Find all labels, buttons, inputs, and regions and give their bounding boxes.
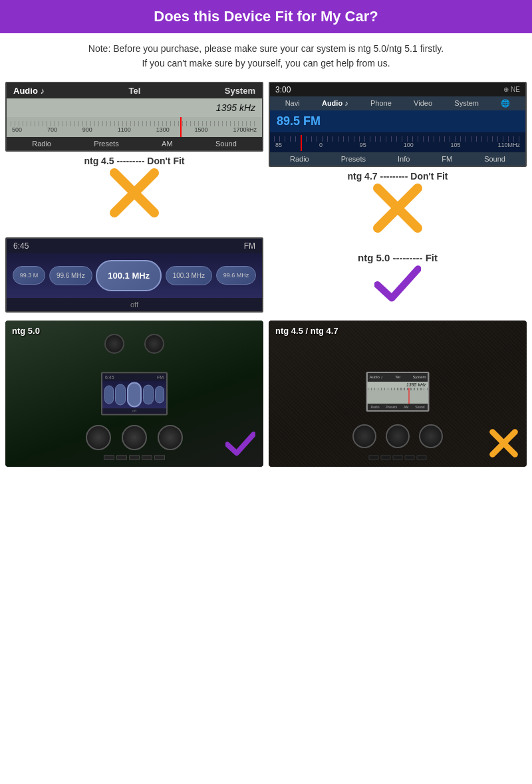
ntg45-system: System xyxy=(225,86,255,96)
ntg45-label: ntg 4.5 --------- Don't Fit xyxy=(84,156,184,166)
photo-left: ntg 5.0 6:45FM xyxy=(5,321,263,467)
photo-right: ntg 4.5 / ntg 4.7 Audio ♪TelSystem 1395 … xyxy=(269,321,527,467)
fm-bubble-1: 99.3 M xyxy=(13,266,46,285)
fm-bubble-4: 100.3 MHz xyxy=(166,266,212,285)
x-icon-left xyxy=(108,166,161,219)
screens-row: Audio ♪ Tel System 1395 kHz 500 700 900 … xyxy=(0,76,532,237)
fm-bubble-main: 100.1 MHz xyxy=(96,260,162,291)
ntg47-x-mark xyxy=(371,182,424,237)
control-panel-right xyxy=(369,455,427,460)
ntg45-bottombar: Radio Presets AM Sound xyxy=(7,137,262,150)
ntg45-tel: Tel xyxy=(128,86,140,96)
ntg45-x-mark xyxy=(108,166,161,222)
ntg47-compass: ⊕ NE xyxy=(503,86,520,93)
page-container: Does this Device Fit for My Car? Note: B… xyxy=(0,0,532,472)
center-screen-left: 6:45FM off xyxy=(101,372,168,415)
fm-screen: 6:45 FM 99.3 M 99.6 MHz 100.1 MHz 100.3 … xyxy=(5,237,263,313)
ntg45-block: Audio ♪ Tel System 1395 kHz 500 700 900 … xyxy=(5,82,263,237)
ntg47-bottombar: Radio Presets Info FM Sound xyxy=(270,152,525,166)
ntg47-ruler-labels: 85 0 95 100 105 110MHz xyxy=(274,142,521,148)
control-panel-left xyxy=(104,455,165,460)
bottom-vents-left xyxy=(86,425,183,450)
ntg47-screen: 3:00 ⊕ NE Navi Audio ♪ Phone Video Syste… xyxy=(269,82,527,167)
bottom-vents-right xyxy=(352,424,443,448)
ntg45-needle xyxy=(180,117,182,137)
fm-mode: FM xyxy=(244,241,255,251)
ntg50-screen-block: 6:45 FM 99.3 M 99.6 MHz 100.1 MHz 100.3 … xyxy=(5,237,263,313)
fm-topbar: 6:45 FM xyxy=(7,239,262,253)
fm-bubble-5: 99.6 MHz xyxy=(216,266,257,285)
x-icon-right xyxy=(371,182,424,235)
photo-right-x-badge xyxy=(487,427,520,460)
ntg47-ruler: 85 0 95 100 105 110MHz xyxy=(270,132,525,152)
ntg47-label: ntg 4.7 --------- Don't Fit xyxy=(347,171,448,182)
note-line1: Note: Before you purchase, please make s… xyxy=(13,41,519,56)
ntg45-audio: Audio ♪ xyxy=(13,86,45,96)
ntg45-topbar: Audio ♪ Tel System xyxy=(7,83,262,98)
ntg45-ruler: 500 700 900 1100 1300 1500 1700kHz xyxy=(7,117,262,137)
fm-bubble-2: 99.6 MHz xyxy=(49,266,92,285)
photo-left-label: ntg 5.0 xyxy=(12,326,40,336)
note-section: Note: Before you purchase, please make s… xyxy=(0,33,532,76)
ntg47-freq: 89.5 FM xyxy=(270,110,525,132)
ntg45-screen: Audio ♪ Tel System 1395 kHz 500 700 900 … xyxy=(5,82,263,152)
photo-left-check-icon xyxy=(225,431,255,456)
ntg50-fit-block: ntg 5.0 --------- Fit xyxy=(269,237,527,313)
center-screen-right: Audio ♪TelSystem 1395 kHz RadioPresetsAM… xyxy=(366,372,430,412)
header-banner: Does this Device Fit for My Car? xyxy=(0,0,532,33)
check-icon xyxy=(374,263,421,303)
ntg47-block: 3:00 ⊕ NE Navi Audio ♪ Phone Video Syste… xyxy=(269,82,527,237)
ntg47-time: 3:00 xyxy=(275,85,291,94)
fm-bottombar: off xyxy=(7,298,262,311)
fm-off: off xyxy=(130,301,138,309)
photo-right-x-icon xyxy=(489,428,519,458)
note-line2: If you can't make sure by yourself, you … xyxy=(13,56,519,70)
middle-row: 6:45 FM 99.3 M 99.6 MHz 100.1 MHz 100.3 … xyxy=(0,237,532,315)
fm-content: 99.3 M 99.6 MHz 100.1 MHz 100.3 MHz 99.6… xyxy=(7,253,262,298)
photos-row: ntg 5.0 6:45FM xyxy=(0,315,532,472)
photo-right-label: ntg 4.5 / ntg 4.7 xyxy=(275,326,338,336)
ntg47-navbar: Navi Audio ♪ Phone Video System 🌐 xyxy=(270,96,525,110)
fm-time: 6:45 xyxy=(13,241,29,251)
ntg50-check-mark xyxy=(374,263,421,306)
ntg45-ruler-labels: 500 700 900 1100 1300 1500 1700kHz xyxy=(11,126,258,133)
ntg45-freq: 1395 kHz xyxy=(7,98,262,117)
top-vents-left xyxy=(104,334,164,354)
ntg47-topbar: 3:00 ⊕ NE xyxy=(270,83,525,96)
photo-left-check-badge xyxy=(223,427,257,460)
header-title: Does this Device Fit for My Car? xyxy=(154,8,378,25)
ntg50-fit-label: ntg 5.0 --------- Fit xyxy=(358,252,438,263)
